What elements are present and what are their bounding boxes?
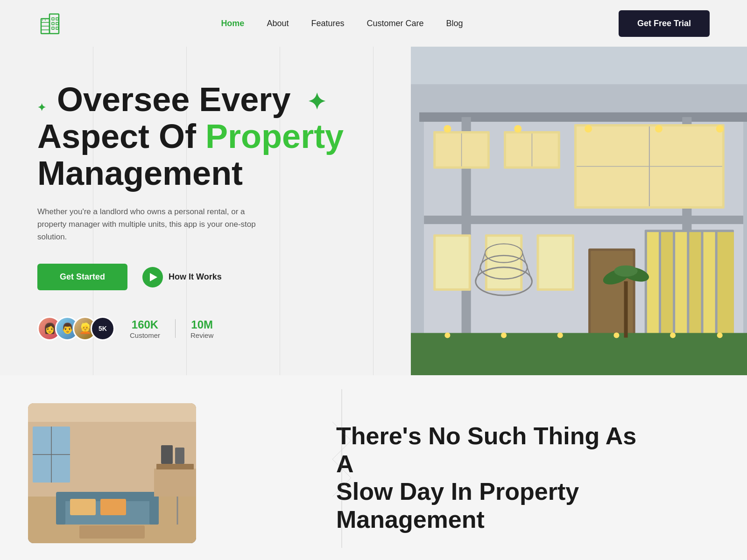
svg-point-47 (444, 125, 451, 133)
nav-customer-care[interactable]: Customer Care (366, 19, 423, 28)
logo-icon (37, 9, 65, 37)
svg-rect-80 (79, 525, 145, 539)
svg-rect-42 (661, 232, 673, 340)
svg-point-62 (614, 266, 637, 277)
avatar-badge: 5K (91, 316, 115, 341)
how-it-works-label: How It Works (169, 272, 222, 282)
hero-title-line3: Management (37, 154, 243, 192)
svg-rect-52 (411, 333, 747, 375)
nav-about[interactable]: About (267, 19, 289, 28)
svg-rect-78 (70, 499, 96, 515)
svg-rect-8 (56, 22, 58, 25)
nav-features[interactable]: Features (311, 19, 344, 28)
interior-room-svg (28, 403, 196, 543)
svg-rect-79 (100, 499, 126, 515)
svg-rect-31 (424, 216, 743, 224)
hero-subtitle: Whether you're a landlord who owns a per… (37, 205, 271, 244)
svg-rect-37 (539, 237, 572, 288)
avatars-group: 👩 👨 👱 5K (37, 316, 115, 341)
decorative-lines (314, 385, 370, 554)
svg-point-57 (670, 332, 676, 338)
svg-rect-44 (689, 232, 701, 340)
svg-rect-46 (718, 232, 734, 340)
svg-rect-77 (149, 497, 159, 525)
svg-point-53 (444, 332, 450, 338)
section2-image-area (0, 375, 299, 560)
stat-reviews: 10M Review (190, 318, 213, 339)
svg-point-58 (717, 332, 723, 338)
svg-rect-33 (436, 237, 468, 288)
reviews-count: 10M (191, 318, 213, 331)
sparkle-small-icon: ✦ (37, 102, 46, 113)
svg-point-55 (557, 332, 563, 338)
svg-rect-85 (161, 445, 173, 464)
svg-rect-86 (175, 448, 184, 464)
get-trial-button[interactable]: Get Free Trial (619, 10, 710, 37)
reviews-label: Review (190, 331, 213, 339)
logo-area (37, 9, 65, 37)
svg-point-49 (585, 125, 592, 133)
customers-label: Customer (130, 331, 160, 339)
nav-home[interactable]: Home (221, 19, 244, 28)
svg-rect-7 (52, 22, 54, 25)
svg-point-50 (655, 125, 662, 133)
interior-image (28, 403, 196, 543)
hero-stats: 👩 👨 👱 5K 160K Customer 10M Review (37, 316, 374, 341)
svg-rect-83 (154, 469, 196, 497)
hero-title-green: Property (205, 118, 344, 155)
nav-blog[interactable]: Blog (446, 19, 463, 28)
section2-title-line2: Slow Day In Property (336, 478, 579, 505)
header: Home About Features Customer Care Blog G… (0, 0, 747, 47)
svg-rect-76 (56, 497, 65, 525)
svg-point-48 (514, 125, 521, 133)
svg-point-54 (501, 332, 507, 338)
svg-rect-84 (156, 464, 194, 469)
svg-rect-45 (704, 232, 715, 340)
svg-rect-6 (56, 18, 58, 20)
hero-content: ✦ Oversee Every ✦ Aspect Of Property Man… (0, 47, 411, 375)
section2-title-line1: There's No Such Thing As A (336, 422, 636, 477)
svg-rect-43 (675, 232, 687, 340)
hero-image-area (411, 47, 747, 375)
customers-count: 160K (132, 318, 158, 331)
svg-rect-41 (647, 232, 659, 340)
play-icon (142, 267, 163, 287)
main-nav: Home About Features Customer Care Blog (221, 19, 463, 28)
sparkle-large-icon: ✦ (307, 90, 326, 115)
section2-title: There's No Such Thing As A Slow Day In P… (336, 422, 654, 534)
svg-rect-5 (52, 18, 54, 20)
hero-title-line2: Aspect Of (37, 118, 205, 155)
hero-section: ✦ Oversee Every ✦ Aspect Of Property Man… (0, 47, 747, 375)
stat-customers: 160K Customer (130, 318, 160, 339)
hero-title-line1: Oversee Every (57, 81, 290, 118)
hero-actions: Get Started How It Works (37, 264, 374, 290)
stat-divider (175, 319, 176, 338)
hero-house-image (411, 47, 747, 375)
svg-rect-9 (52, 27, 54, 29)
how-it-works-button[interactable]: How It Works (142, 267, 222, 287)
svg-rect-10 (56, 27, 58, 29)
svg-point-56 (613, 332, 619, 338)
svg-point-51 (716, 125, 724, 133)
svg-rect-70 (28, 403, 196, 422)
get-started-button[interactable]: Get Started (37, 264, 127, 290)
section2: There's No Such Thing As A Slow Day In P… (0, 375, 747, 560)
hero-title: ✦ Oversee Every ✦ Aspect Of Property Man… (37, 81, 374, 192)
